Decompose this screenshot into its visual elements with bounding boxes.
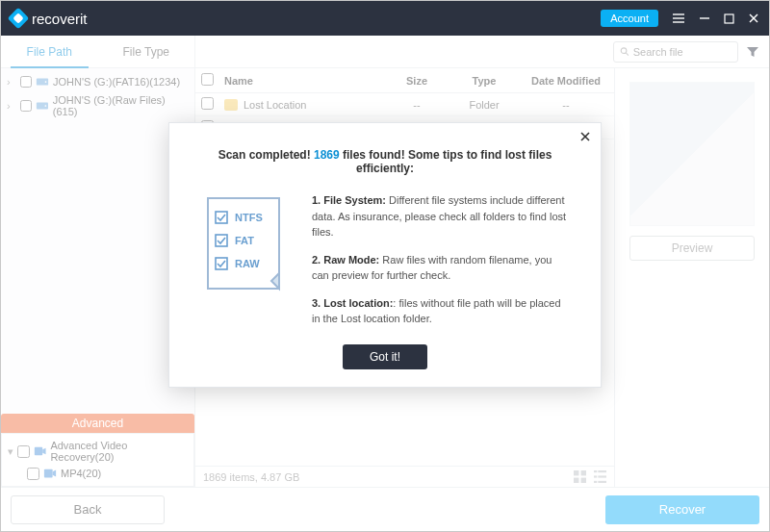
tip-item: 1. File System: Different file systems i… [312, 192, 568, 241]
tip-item: 3. Lost location:: files without file pa… [312, 295, 568, 327]
filesystem-doc-icon: NTFS FAT RAW [202, 192, 289, 327]
menu-icon[interactable] [672, 12, 685, 25]
files-found-count: 1869 [314, 148, 340, 162]
minimize-icon[interactable] [699, 13, 710, 24]
svg-text:NTFS: NTFS [235, 212, 263, 223]
svg-text:FAT: FAT [235, 235, 254, 246]
titlebar: recoverit Account [1, 1, 769, 36]
tip-item: 2. Raw Mode: Raw files with random filen… [312, 252, 568, 284]
close-icon[interactable] [748, 13, 759, 24]
modal-close-icon[interactable] [579, 131, 591, 142]
account-button[interactable]: Account [601, 10, 658, 27]
brand: recoverit [11, 11, 88, 27]
brand-text: recoverit [32, 11, 88, 27]
svg-text:RAW: RAW [235, 258, 260, 269]
modal-overlay: Scan completed! 1869 files found! Some t… [1, 36, 769, 531]
tips-list: 1. File System: Different file systems i… [312, 192, 568, 327]
modal-heading: Scan completed! 1869 files found! Some t… [169, 123, 601, 187]
brand-logo-icon [8, 8, 30, 30]
got-it-button[interactable]: Got it! [343, 344, 427, 369]
svg-rect-4 [725, 14, 733, 23]
scan-complete-modal: Scan completed! 1869 files found! Some t… [168, 122, 602, 388]
maximize-icon[interactable] [724, 13, 734, 24]
